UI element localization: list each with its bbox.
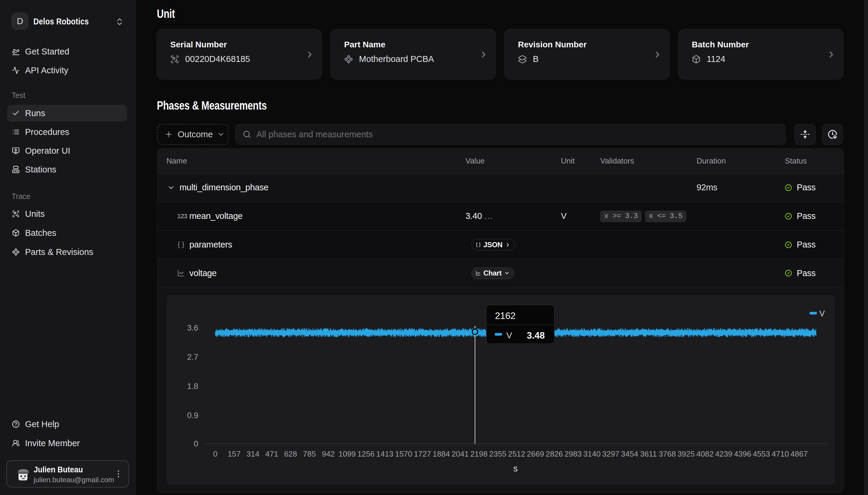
svg-text:3611: 3611 [640,449,657,458]
svg-text:3297: 3297 [602,449,619,458]
svg-text:4710: 4710 [772,449,789,458]
svg-text:3925: 3925 [677,449,695,458]
svg-text:628: 628 [284,449,297,458]
svg-text:471: 471 [265,449,278,458]
svg-text:2198: 2198 [470,449,488,458]
svg-text:785: 785 [303,449,316,458]
svg-text:1256: 1256 [357,449,375,458]
svg-text:0: 0 [194,439,198,448]
svg-text:4239: 4239 [715,449,732,458]
svg-text:3768: 3768 [659,449,676,458]
svg-text:157: 157 [228,449,241,458]
svg-text:3.6: 3.6 [187,323,198,332]
svg-text:2041: 2041 [452,449,469,458]
svg-text:V: V [819,309,825,318]
svg-text:s: s [513,464,518,473]
svg-text:314: 314 [247,449,259,458]
svg-text:0: 0 [213,449,217,458]
svg-text:3454: 3454 [621,449,638,458]
svg-text:0.9: 0.9 [187,411,198,420]
svg-text:2355: 2355 [489,449,506,458]
svg-text:1.8: 1.8 [187,382,198,391]
svg-text:1570: 1570 [395,449,412,458]
svg-text:1884: 1884 [433,449,450,458]
svg-text:4082: 4082 [696,449,714,458]
svg-text:1413: 1413 [376,449,393,458]
svg-text:4396: 4396 [734,449,751,458]
svg-text:2.7: 2.7 [187,353,198,362]
svg-text:4553: 4553 [753,449,770,458]
svg-text:942: 942 [322,449,334,458]
svg-text:V: V [506,330,512,340]
svg-text:1099: 1099 [339,449,356,458]
svg-text:2983: 2983 [564,449,582,458]
svg-text:2512: 2512 [508,449,525,458]
svg-text:1727: 1727 [414,449,431,458]
svg-text:4867: 4867 [790,449,808,458]
svg-text:2826: 2826 [546,449,563,458]
svg-text:3140: 3140 [583,449,601,458]
svg-text:3.48: 3.48 [527,330,545,341]
svg-text:2162: 2162 [495,311,515,321]
svg-text:2669: 2669 [527,449,544,458]
